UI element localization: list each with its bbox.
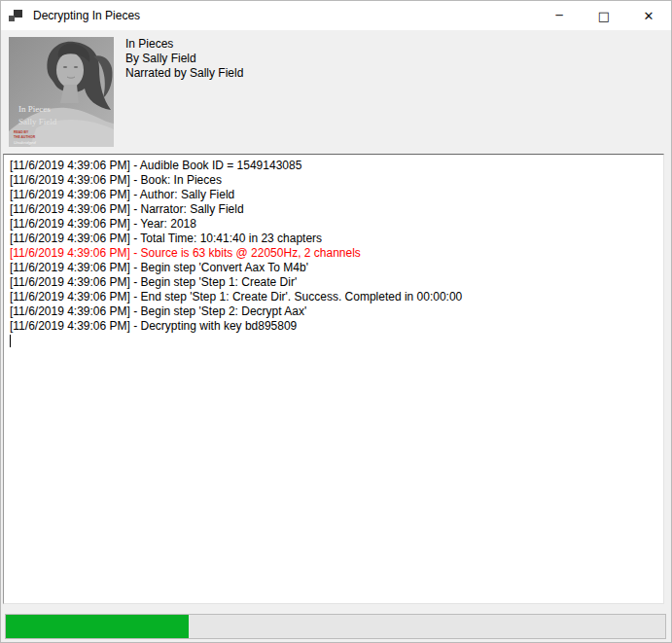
log-lines: [11/6/2019 4:39:06 PM] - Audible Book ID… [10,159,657,334]
app-icon-square-large [14,10,22,18]
log-textarea[interactable]: [11/6/2019 4:39:06 PM] - Audible Book ID… [3,154,664,604]
log-line: [11/6/2019 4:39:06 PM] - Author: Sally F… [10,188,657,202]
maximize-icon: □ [598,9,610,23]
log-line: [11/6/2019 4:39:06 PM] - End step 'Step … [10,290,657,304]
cover-portrait-face [56,53,84,88]
app-icon-square-small [9,16,15,21]
app-window: Decrypting In Pieces ─ □ ✕ [0,0,672,643]
cover-edition-text: Unabridged [14,140,36,145]
close-icon: ✕ [644,9,654,23]
log-line: [11/6/2019 4:39:06 PM] - Total Time: 10:… [10,232,657,246]
log-line: [11/6/2019 4:39:06 PM] - Source is 63 kb… [10,246,657,261]
cover-portrait-eye-right [74,66,78,68]
log-line: [11/6/2019 4:39:06 PM] - Audible Book ID… [10,159,657,173]
window-controls: ─ □ ✕ [537,1,671,30]
book-title: In Pieces [125,37,243,52]
log-line: [11/6/2019 4:39:06 PM] - Year: 2018 [10,217,657,232]
minimize-button[interactable]: ─ [537,1,582,30]
book-narrator: Narrated by Sally Field [125,66,243,81]
log-line: [11/6/2019 4:39:06 PM] - Begin step 'Ste… [10,304,657,319]
minimize-icon: ─ [555,9,562,22]
cover-badge-line1: READ BY [14,130,29,134]
title-bar: Decrypting In Pieces ─ □ ✕ [1,1,671,30]
book-cover-image: In Pieces Sally Field READ BY THE AUTHOR… [9,37,114,147]
close-button[interactable]: ✕ [626,1,671,30]
log-line: [11/6/2019 4:39:06 PM] - Decrypting with… [10,319,657,334]
book-author: By Sally Field [125,52,243,66]
text-caret [10,335,11,347]
window-title: Decrypting In Pieces [33,9,140,22]
cover-badge-line2: THE AUTHOR [14,135,36,139]
cover-title-text: In Pieces [18,104,51,114]
app-icon [9,9,22,22]
maximize-button[interactable]: □ [582,1,626,30]
log-line: [11/6/2019 4:39:06 PM] - Narrator: Sally… [10,202,657,217]
progress-bar [5,614,666,639]
cover-portrait-eye-left [63,66,67,68]
log-line: [11/6/2019 4:39:06 PM] - Book: In Pieces [10,173,657,188]
progress-bar-fill [6,615,189,638]
cover-author-text: Sally Field [18,117,57,126]
log-line: [11/6/2019 4:39:06 PM] - Begin step 'Ste… [10,275,657,290]
log-line: [11/6/2019 4:39:06 PM] - Begin step 'Con… [10,261,657,275]
book-info: In Pieces By Sally Field Narrated by Sal… [125,37,243,81]
